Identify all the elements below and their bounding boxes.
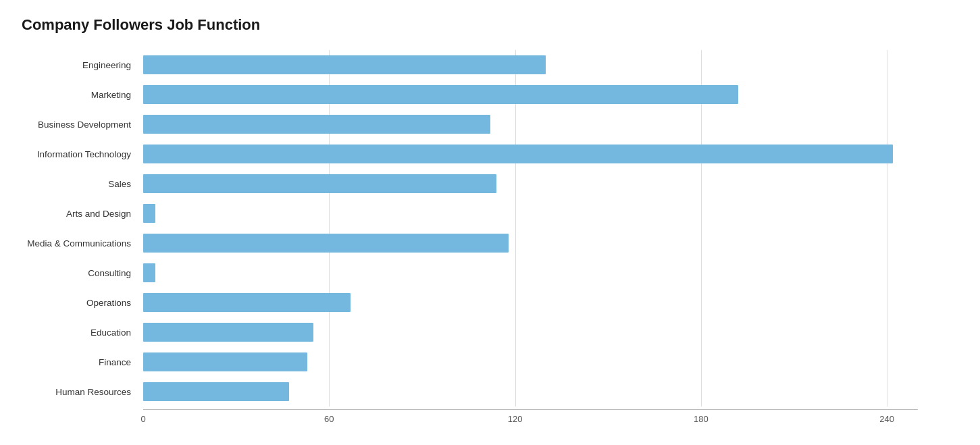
bar-fill xyxy=(143,263,155,282)
bar-label: Education xyxy=(22,328,138,338)
bar-label: Finance xyxy=(22,357,138,367)
bar-label: Consulting xyxy=(22,268,138,278)
x-tick-label: 120 xyxy=(508,414,523,424)
bar-row: Education xyxy=(143,317,958,347)
bar-fill xyxy=(143,115,490,134)
bar-fill xyxy=(143,174,496,193)
bar-row: Sales xyxy=(143,169,958,199)
bar-row: Business Development xyxy=(143,109,958,139)
chart-wrapper: EngineeringMarketingBusiness Development… xyxy=(22,50,958,428)
bar-label: Sales xyxy=(22,179,138,189)
bar-fill xyxy=(143,323,313,342)
bar-fill xyxy=(143,234,509,253)
bar-label: Engineering xyxy=(22,60,138,70)
bar-fill xyxy=(143,85,738,104)
bar-fill xyxy=(143,55,546,74)
x-axis: 060120180240 xyxy=(143,409,918,428)
bar-fill xyxy=(143,145,893,163)
bar-row: Human Resources xyxy=(143,377,958,407)
bar-label: Human Resources xyxy=(22,387,138,397)
bar-fill xyxy=(143,352,307,371)
chart-area: EngineeringMarketingBusiness Development… xyxy=(143,50,958,407)
bar-row: Marketing xyxy=(143,80,958,109)
bar-row: Information Technology xyxy=(143,139,958,169)
bar-label: Marketing xyxy=(22,90,138,100)
bar-label: Media & Communications xyxy=(22,238,138,248)
bar-label: Information Technology xyxy=(22,149,138,159)
bar-label: Business Development xyxy=(22,120,138,130)
x-tick-label: 0 xyxy=(140,414,145,424)
x-tick-label: 60 xyxy=(324,414,334,424)
bar-row: Consulting xyxy=(143,258,958,288)
bar-row: Engineering xyxy=(143,50,958,80)
bar-fill xyxy=(143,293,351,312)
x-tick-label: 180 xyxy=(694,414,708,424)
bar-fill xyxy=(143,204,155,223)
chart-container: EngineeringMarketingBusiness Development… xyxy=(22,50,958,428)
bar-label: Arts and Design xyxy=(22,209,138,219)
bar-fill xyxy=(143,382,289,401)
x-tick-label: 240 xyxy=(879,414,894,424)
chart-title: Company Followers Job Function xyxy=(22,16,958,34)
bar-row: Finance xyxy=(143,347,958,377)
bar-row: Media & Communications xyxy=(143,228,958,258)
bar-row: Arts and Design xyxy=(143,199,958,228)
bar-row: Operations xyxy=(143,288,958,317)
bar-label: Operations xyxy=(22,298,138,308)
